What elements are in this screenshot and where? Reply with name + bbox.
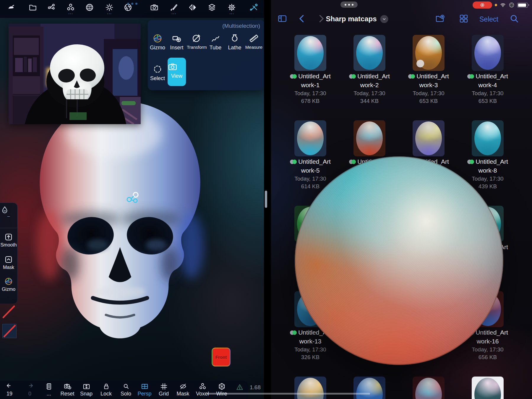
more-dots: ···	[103, 12, 116, 15]
file-item-18[interactable]	[340, 372, 399, 399]
file-name: Untitled_Art work-2	[340, 72, 399, 90]
file-item-2[interactable]: Untitled_Art work-2 Today, 17:30 344 KB	[340, 31, 399, 116]
side-mask-button[interactable]: Mask	[0, 255, 17, 270]
file-date: Today, 17:30	[340, 90, 399, 97]
new-folder-button[interactable]	[435, 14, 445, 24]
select-dashed-icon	[153, 64, 163, 74]
file-thumbnail	[472, 35, 504, 71]
water-drop-icon[interactable]: –	[0, 205, 17, 217]
toolbar-voxel-cubes-button[interactable]: ···	[64, 3, 77, 17]
tube-icon	[210, 33, 220, 43]
screen-recording-pill[interactable]	[473, 1, 492, 9]
file-item-19[interactable]	[399, 372, 458, 399]
file-date: Today, 17:30	[281, 346, 340, 353]
bottom-grid-toggle[interactable]: Grid	[155, 382, 172, 397]
toolbar-paint-brush-button[interactable]: ···	[168, 3, 180, 17]
file-name: Untitled_Art work-5	[281, 157, 340, 175]
popup-gizmo-button[interactable]: Gizmo	[148, 33, 167, 51]
mask-eye-off-icon	[174, 382, 192, 390]
file-item-4[interactable]: Untitled_Art work-4 Today, 17:30 653 KB	[458, 31, 517, 116]
sculpt-app-pane: ············	[0, 0, 264, 399]
battery-icon	[517, 3, 528, 8]
more-dots: ···	[226, 12, 238, 15]
node-graph-icon	[47, 3, 56, 12]
mic-indicator-dot	[495, 4, 497, 6]
popup-view-button[interactable]: View	[168, 58, 186, 86]
view-cube-front-button[interactable]: Front	[212, 348, 231, 366]
toolbar-mirror-symmetry-button[interactable]	[186, 3, 199, 17]
popup-transform-button[interactable]: Transform	[187, 33, 206, 50]
lock-padlock-icon	[98, 382, 115, 390]
sidebar-toggle-button[interactable]	[277, 14, 287, 24]
light-sun-icon	[105, 3, 114, 12]
popup-measure-button[interactable]: Measure	[244, 33, 263, 50]
bottom-persp-toggle[interactable]: Persp	[136, 382, 153, 397]
toolbar-app-logo-button[interactable]	[5, 3, 17, 17]
file-item-3[interactable]: Untitled_Art work-3 Today, 17:30 653 KB	[399, 31, 458, 116]
tag-dots-icon	[467, 74, 474, 79]
bottom-reset-toggle[interactable]: Reset	[59, 382, 76, 397]
file-size: 656 KB	[458, 353, 517, 361]
file-thumbnail	[413, 377, 445, 399]
bottom-undo-button[interactable]: 19	[1, 382, 18, 397]
popup-select-button[interactable]: Select	[148, 64, 167, 82]
tools-wrench-icon	[249, 3, 258, 12]
node-graph-indicator-icon[interactable]	[126, 192, 139, 205]
alpha-texture-button[interactable]	[2, 324, 17, 338]
bottom-voxel-toggle[interactable]: Voxel	[194, 382, 211, 397]
file-thumbnail	[472, 120, 504, 156]
toolbar-matcap-sphere-button[interactable]	[83, 3, 96, 17]
multitask-pill-right[interactable]	[340, 1, 358, 8]
app-logo-icon	[7, 3, 16, 12]
insert-icon	[172, 33, 182, 43]
popup-tube-button[interactable]: Tube	[206, 33, 225, 51]
measure-icon	[249, 33, 259, 43]
webcam-scene	[9, 24, 141, 124]
bottom-mask-toggle[interactable]: Mask	[174, 382, 192, 397]
bottom-wire-toggle[interactable]: Wire	[213, 382, 230, 397]
popup-lathe-button[interactable]: Lathe	[225, 33, 244, 51]
files-navbar: Sharp matcaps Select	[271, 11, 532, 27]
palette-icon	[509, 2, 515, 8]
file-item-17[interactable]	[281, 372, 340, 399]
multiselection-popup: (Multiselection) Gizmo Insert Transform …	[148, 20, 264, 90]
toolbar-folder-button[interactable]	[27, 3, 39, 17]
bottom-snap-toggle[interactable]: Snap	[78, 382, 95, 397]
home-indicator[interactable]	[207, 393, 370, 395]
toolbar-light-sun-button[interactable]: ···	[103, 3, 116, 17]
side-smooth-button[interactable]: Smooth	[0, 233, 17, 248]
tag-dots-icon	[408, 74, 415, 79]
forward-button[interactable]	[316, 14, 326, 24]
toolbar-settings-gear-button[interactable]: ···	[226, 3, 238, 17]
popup-insert-button[interactable]: Insert	[167, 33, 186, 51]
dragged-matcap-sphere[interactable]	[295, 156, 503, 365]
grid-view-button[interactable]	[459, 14, 469, 24]
webcam-overlay[interactable]	[9, 24, 141, 124]
stroke-falloff-button[interactable]	[1, 304, 16, 319]
search-button[interactable]	[509, 14, 519, 24]
tag-dots-icon	[349, 160, 356, 164]
skull-sculpture[interactable]	[30, 94, 210, 348]
toolbar-camera-button[interactable]	[148, 3, 160, 17]
grid-frame-icon	[155, 382, 172, 390]
side-gizmo-button[interactable]: Gizmo	[0, 277, 17, 292]
bottom-solo-toggle[interactable]: Solo	[117, 382, 134, 397]
toolbar-tools-wrench-button[interactable]	[248, 3, 260, 17]
multitask-dots-left[interactable]	[127, 3, 137, 5]
file-item-20[interactable]	[458, 372, 517, 399]
toolbar-node-graph-button[interactable]	[45, 3, 58, 17]
chevron-down-icon	[380, 15, 388, 23]
bottom-redo-button[interactable]: 0	[21, 382, 38, 397]
bottom-lock-toggle[interactable]: Lock	[98, 382, 115, 397]
select-button[interactable]: Select	[479, 15, 498, 23]
toolbar-layers-button[interactable]	[206, 3, 218, 17]
folder-title-menu[interactable]: Sharp matcaps	[326, 15, 388, 23]
bottom-menu-button[interactable]: ...	[40, 382, 57, 397]
file-item-1[interactable]: Untitled_Art work-1 Today, 17:30 678 KB	[281, 31, 340, 116]
panel-divider	[0, 228, 17, 228]
back-button[interactable]	[297, 14, 307, 24]
split-view-handle[interactable]	[265, 191, 267, 208]
paint-brush-icon	[169, 3, 178, 12]
file-thumbnail	[353, 377, 385, 399]
toolbar-render-aperture-button[interactable]	[122, 3, 134, 17]
